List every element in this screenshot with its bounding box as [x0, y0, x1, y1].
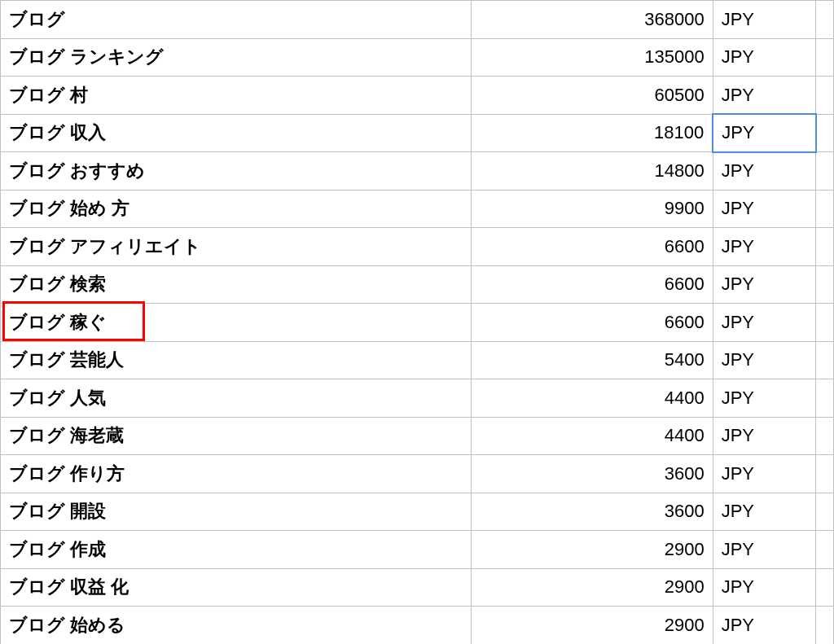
empty-cell[interactable] — [816, 38, 834, 77]
empty-cell[interactable] — [816, 152, 834, 191]
keyword-cell[interactable]: ブログ ランキング — [1, 38, 472, 77]
volume-cell[interactable]: 3600 — [472, 493, 713, 531]
empty-cell[interactable] — [816, 493, 834, 531]
currency-cell[interactable]: JPY — [713, 1, 816, 39]
volume-cell[interactable]: 135000 — [472, 38, 713, 77]
keyword-cell[interactable]: ブログ 開設 — [1, 493, 472, 531]
empty-cell[interactable] — [816, 531, 834, 569]
currency-cell[interactable]: JPY — [713, 38, 816, 77]
table-row[interactable]: ブログ 海老蔵4400JPY — [1, 417, 834, 455]
empty-cell[interactable] — [816, 77, 834, 115]
keyword-cell[interactable]: ブログ 人気 — [1, 379, 472, 418]
table-row[interactable]: ブログ 稼ぐ6600JPY — [1, 304, 834, 342]
empty-cell[interactable] — [816, 568, 834, 607]
currency-cell[interactable]: JPY — [713, 531, 816, 569]
volume-cell[interactable]: 6600 — [472, 304, 713, 342]
empty-cell[interactable] — [816, 1, 834, 39]
keyword-cell[interactable]: ブログ 作り方 — [1, 455, 472, 493]
keyword-cell[interactable]: ブログ 稼ぐ — [1, 304, 472, 342]
empty-cell[interactable] — [816, 455, 834, 493]
currency-cell[interactable]: JPY — [713, 152, 816, 191]
keyword-cell[interactable]: ブログ 始める — [1, 607, 472, 645]
currency-cell[interactable]: JPY — [713, 455, 816, 493]
table-row[interactable]: ブログ 始め 方9900JPY — [1, 190, 834, 228]
table-row[interactable]: ブログ 検索6600JPY — [1, 265, 834, 304]
volume-cell[interactable]: 18100 — [472, 114, 713, 152]
keyword-cell[interactable]: ブログ アフィリエイト — [1, 228, 472, 266]
keyword-cell[interactable]: ブログ 作成 — [1, 531, 472, 569]
currency-cell[interactable]: JPY — [713, 341, 816, 379]
volume-cell[interactable]: 6600 — [472, 228, 713, 266]
currency-cell[interactable]: JPY — [713, 190, 816, 228]
currency-cell[interactable]: JPY — [713, 379, 816, 418]
volume-cell[interactable]: 2900 — [472, 531, 713, 569]
table-row[interactable]: ブログ 収益 化2900JPY — [1, 568, 834, 607]
currency-cell[interactable]: JPY — [713, 568, 816, 607]
empty-cell[interactable] — [816, 304, 834, 342]
keyword-cell[interactable]: ブログ 村 — [1, 77, 472, 115]
volume-cell[interactable]: 4400 — [472, 379, 713, 418]
table-row[interactable]: ブログ ランキング135000JPY — [1, 38, 834, 77]
table-row[interactable]: ブログ 村60500JPY — [1, 77, 834, 115]
table-row[interactable]: ブログ アフィリエイト6600JPY — [1, 228, 834, 266]
keyword-cell[interactable]: ブログ 海老蔵 — [1, 417, 472, 455]
volume-cell[interactable]: 9900 — [472, 190, 713, 228]
keyword-cell[interactable]: ブログ 検索 — [1, 265, 472, 304]
empty-cell[interactable] — [816, 228, 834, 266]
table-row[interactable]: ブログ 収入18100JPY — [1, 114, 834, 152]
currency-cell[interactable]: JPY — [713, 493, 816, 531]
currency-cell[interactable]: JPY — [713, 114, 816, 152]
volume-cell[interactable]: 2900 — [472, 607, 713, 645]
keyword-cell[interactable]: ブログ 芸能人 — [1, 341, 472, 379]
empty-cell[interactable] — [816, 341, 834, 379]
table-row[interactable]: ブログ368000JPY — [1, 1, 834, 39]
keyword-cell[interactable]: ブログ 収益 化 — [1, 568, 472, 607]
currency-cell[interactable]: JPY — [713, 228, 816, 266]
volume-cell[interactable]: 368000 — [472, 1, 713, 39]
keyword-cell[interactable]: ブログ — [1, 1, 472, 39]
empty-cell[interactable] — [816, 265, 834, 304]
table-row[interactable]: ブログ 作成2900JPY — [1, 531, 834, 569]
volume-cell[interactable]: 5400 — [472, 341, 713, 379]
volume-cell[interactable]: 4400 — [472, 417, 713, 455]
volume-cell[interactable]: 3600 — [472, 455, 713, 493]
table-row[interactable]: ブログ 始める2900JPY — [1, 607, 834, 645]
keyword-cell[interactable]: ブログ おすすめ — [1, 152, 472, 191]
volume-cell[interactable]: 14800 — [472, 152, 713, 191]
empty-cell[interactable] — [816, 417, 834, 455]
volume-cell[interactable]: 60500 — [472, 77, 713, 115]
spreadsheet-table[interactable]: ブログ368000JPYブログ ランキング135000JPYブログ 村60500… — [0, 0, 834, 644]
table-row[interactable]: ブログ 開設3600JPY — [1, 493, 834, 531]
empty-cell[interactable] — [816, 114, 834, 152]
currency-cell[interactable]: JPY — [713, 304, 816, 342]
empty-cell[interactable] — [816, 607, 834, 645]
table-row[interactable]: ブログ 作り方3600JPY — [1, 455, 834, 493]
table-row[interactable]: ブログ 人気4400JPY — [1, 379, 834, 418]
currency-cell[interactable]: JPY — [713, 417, 816, 455]
currency-cell[interactable]: JPY — [713, 265, 816, 304]
currency-cell[interactable]: JPY — [713, 77, 816, 115]
empty-cell[interactable] — [816, 379, 834, 418]
keyword-cell[interactable]: ブログ 始め 方 — [1, 190, 472, 228]
currency-cell[interactable]: JPY — [713, 607, 816, 645]
table-row[interactable]: ブログ おすすめ14800JPY — [1, 152, 834, 191]
table-row[interactable]: ブログ 芸能人5400JPY — [1, 341, 834, 379]
volume-cell[interactable]: 6600 — [472, 265, 713, 304]
keyword-cell[interactable]: ブログ 収入 — [1, 114, 472, 152]
volume-cell[interactable]: 2900 — [472, 568, 713, 607]
empty-cell[interactable] — [816, 190, 834, 228]
